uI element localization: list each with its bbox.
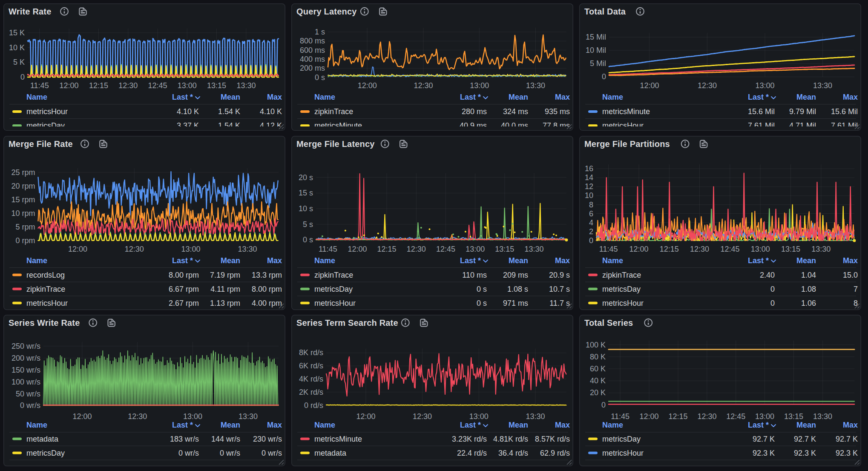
svg-text:Series Term Search Rate: Series Term Search Rate — [296, 318, 398, 327]
svg-text:12: 12 — [585, 182, 593, 191]
svg-text:Max: Max — [555, 256, 570, 264]
svg-text:Name: Name — [314, 256, 335, 264]
svg-text:12:15: 12:15 — [668, 412, 687, 421]
svg-text:0 wr/s: 0 wr/s — [220, 449, 240, 457]
svg-text:12:45: 12:45 — [148, 81, 167, 90]
svg-text:12:30: 12:30 — [128, 412, 147, 421]
svg-text:10 Mil: 10 Mil — [586, 46, 606, 55]
svg-text:Last *: Last * — [748, 93, 769, 101]
svg-text:Mean: Mean — [796, 93, 816, 101]
svg-text:15.0: 15.0 — [843, 270, 858, 279]
svg-text:230 wr/s: 230 wr/s — [253, 435, 282, 443]
svg-text:Last *: Last * — [172, 256, 193, 264]
svg-text:4.81K rd/s: 4.81K rd/s — [493, 435, 528, 443]
svg-text:0 s: 0 s — [477, 284, 487, 293]
svg-text:0: 0 — [770, 299, 775, 307]
svg-text:metadata: metadata — [26, 435, 59, 443]
svg-text:100 wr/s: 100 wr/s — [11, 378, 40, 386]
svg-text:10.7 s: 10.7 s — [549, 284, 570, 293]
svg-text:10 K: 10 K — [9, 43, 25, 52]
svg-text:1.04: 1.04 — [801, 270, 816, 279]
svg-text:Name: Name — [314, 93, 335, 101]
svg-text:1.13 rpm: 1.13 rpm — [210, 299, 240, 307]
svg-text:metricsMinute: metricsMinute — [602, 107, 650, 116]
svg-text:Last *: Last * — [460, 93, 481, 101]
svg-text:13:00: 13:00 — [466, 244, 485, 253]
svg-text:3.23K rd/s: 3.23K rd/s — [452, 435, 487, 443]
svg-text:110 ms: 110 ms — [462, 270, 487, 279]
svg-text:12:00: 12:00 — [68, 244, 87, 253]
svg-text:150 wr/s: 150 wr/s — [11, 366, 40, 374]
svg-text:metricsDay: metricsDay — [26, 449, 65, 457]
svg-text:15 Mil: 15 Mil — [586, 33, 606, 41]
svg-text:50 wr/s: 50 wr/s — [16, 390, 40, 398]
svg-text:13:30: 13:30 — [526, 412, 545, 421]
svg-text:92.7 K: 92.7 K — [753, 435, 775, 443]
svg-text:92.7 K: 92.7 K — [836, 435, 858, 443]
svg-text:Max: Max — [267, 421, 282, 429]
svg-text:11:45: 11:45 — [599, 244, 618, 253]
svg-text:12:00: 12:00 — [640, 412, 659, 421]
svg-text:1.54 K: 1.54 K — [218, 107, 240, 116]
svg-text:8.57K rd/s: 8.57K rd/s — [535, 435, 570, 443]
svg-text:11:45: 11:45 — [611, 412, 629, 421]
svg-text:400 ms: 400 ms — [300, 55, 325, 63]
svg-text:Merge File Latency: Merge File Latency — [296, 139, 375, 148]
svg-text:92.3 K: 92.3 K — [836, 449, 858, 457]
svg-text:Total Series: Total Series — [584, 318, 633, 327]
svg-text:4.10 K: 4.10 K — [260, 107, 282, 116]
svg-text:0: 0 — [602, 72, 606, 81]
svg-text:Max: Max — [843, 93, 858, 101]
svg-text:metadata: metadata — [314, 449, 347, 457]
svg-text:13:30: 13:30 — [236, 81, 256, 90]
svg-text:13:30: 13:30 — [239, 412, 258, 421]
svg-text:Name: Name — [602, 256, 623, 264]
svg-text:Last *: Last * — [748, 256, 769, 264]
svg-text:4.10 K: 4.10 K — [177, 107, 199, 116]
svg-text:12:00: 12:00 — [358, 81, 377, 90]
svg-text:13:00: 13:00 — [178, 81, 197, 90]
svg-text:13:00: 13:00 — [469, 412, 489, 421]
svg-text:144 wr/s: 144 wr/s — [211, 435, 240, 443]
svg-text:0 s: 0 s — [303, 236, 313, 244]
svg-text:1.08 s: 1.08 s — [507, 284, 528, 293]
svg-text:80 K: 80 K — [590, 353, 606, 361]
svg-text:4.11 rpm: 4.11 rpm — [210, 284, 240, 293]
svg-text:15.6 Mil: 15.6 Mil — [831, 107, 858, 116]
svg-text:15.6 Mil: 15.6 Mil — [748, 107, 775, 116]
svg-text:92.3 K: 92.3 K — [794, 449, 816, 457]
svg-text:Max: Max — [843, 256, 858, 264]
svg-text:7.19 rpm: 7.19 rpm — [210, 270, 240, 279]
svg-text:12:30: 12:30 — [125, 244, 144, 253]
svg-text:0 wr/s: 0 wr/s — [178, 449, 199, 457]
svg-text:metricsHour: metricsHour — [602, 299, 644, 307]
svg-text:Merge File Rate: Merge File Rate — [9, 139, 73, 148]
svg-text:12:15: 12:15 — [377, 244, 397, 253]
svg-text:Max: Max — [555, 93, 570, 101]
svg-text:zipkinTrace: zipkinTrace — [314, 107, 353, 116]
svg-text:11.7 s: 11.7 s — [549, 299, 570, 307]
svg-text:13:00: 13:00 — [470, 81, 489, 90]
svg-text:0 rd/s: 0 rd/s — [304, 401, 323, 410]
svg-text:8.00 rpm: 8.00 rpm — [169, 270, 199, 279]
svg-text:2K rd/s: 2K rd/s — [299, 388, 323, 396]
svg-text:25 rpm: 25 rpm — [11, 168, 35, 177]
svg-text:metricsDay: metricsDay — [602, 284, 641, 293]
svg-text:Last *: Last * — [460, 421, 481, 429]
svg-text:Write Rate: Write Rate — [9, 7, 52, 16]
svg-text:209 ms: 209 ms — [503, 270, 528, 279]
svg-text:zipkinTrace: zipkinTrace — [26, 284, 65, 293]
svg-text:10: 10 — [585, 191, 593, 200]
svg-text:200 ms: 200 ms — [300, 64, 325, 72]
svg-text:Name: Name — [26, 421, 47, 429]
svg-text:Name: Name — [602, 421, 623, 429]
svg-text:Last *: Last * — [460, 256, 481, 264]
svg-text:92.3 K: 92.3 K — [753, 449, 775, 457]
svg-text:13:15: 13:15 — [495, 244, 514, 253]
svg-text:280 ms: 280 ms — [462, 107, 487, 116]
svg-text:Last *: Last * — [172, 421, 193, 429]
svg-text:12:30: 12:30 — [413, 412, 432, 421]
svg-text:6.67 rpm: 6.67 rpm — [169, 284, 199, 293]
svg-text:14: 14 — [585, 173, 593, 182]
svg-text:7: 7 — [854, 284, 858, 293]
